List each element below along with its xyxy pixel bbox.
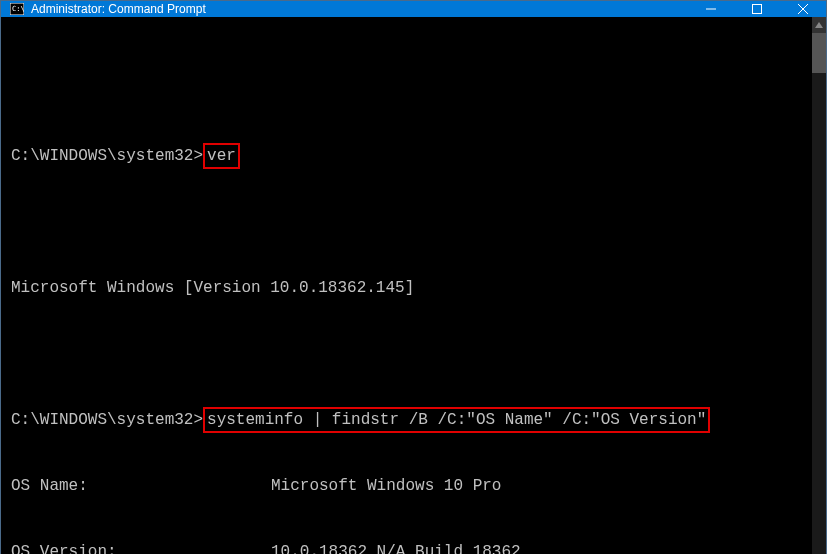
scroll-up-button[interactable] bbox=[812, 17, 826, 33]
ver-output: Microsoft Windows [Version 10.0.18362.14… bbox=[11, 277, 808, 299]
os-version-value: 10.0.18362 N/A Build 18362 bbox=[271, 541, 521, 554]
cmd-icon: C:\ bbox=[9, 1, 25, 17]
prompt: C:\WINDOWS\system32> bbox=[11, 411, 203, 429]
svg-marker-6 bbox=[815, 22, 823, 28]
os-name-label: OS Name: bbox=[11, 475, 271, 497]
scrollbar-thumb[interactable] bbox=[812, 33, 826, 73]
os-name-row: OS Name:Microsoft Windows 10 Pro bbox=[11, 475, 808, 497]
vertical-scrollbar[interactable] bbox=[812, 17, 826, 554]
svg-text:C:\: C:\ bbox=[12, 5, 24, 13]
prompt: C:\WINDOWS\system32> bbox=[11, 147, 203, 165]
os-name-value: Microsoft Windows 10 Pro bbox=[271, 475, 501, 497]
close-button[interactable] bbox=[780, 1, 826, 17]
os-version-label: OS Version: bbox=[11, 541, 271, 554]
content-area: C:\WINDOWS\system32>ver Microsoft Window… bbox=[1, 17, 826, 554]
window-controls bbox=[688, 1, 826, 17]
prompt-line-1: C:\WINDOWS\system32>ver bbox=[11, 145, 808, 167]
scrollbar-track[interactable] bbox=[812, 33, 826, 554]
command-prompt-window: C:\ Administrator: Command Prompt C:\WIN… bbox=[0, 0, 827, 554]
command-ver: ver bbox=[203, 143, 240, 169]
svg-rect-3 bbox=[753, 5, 762, 14]
titlebar[interactable]: C:\ Administrator: Command Prompt bbox=[1, 1, 826, 17]
prompt-line-2: C:\WINDOWS\system32>systeminfo | findstr… bbox=[11, 409, 808, 431]
minimize-button[interactable] bbox=[688, 1, 734, 17]
command-systeminfo: systeminfo | findstr /B /C:"OS Name" /C:… bbox=[203, 407, 710, 433]
maximize-button[interactable] bbox=[734, 1, 780, 17]
window-title: Administrator: Command Prompt bbox=[31, 2, 688, 16]
os-version-row: OS Version:10.0.18362 N/A Build 18362 bbox=[11, 541, 808, 554]
terminal-output[interactable]: C:\WINDOWS\system32>ver Microsoft Window… bbox=[1, 17, 812, 554]
